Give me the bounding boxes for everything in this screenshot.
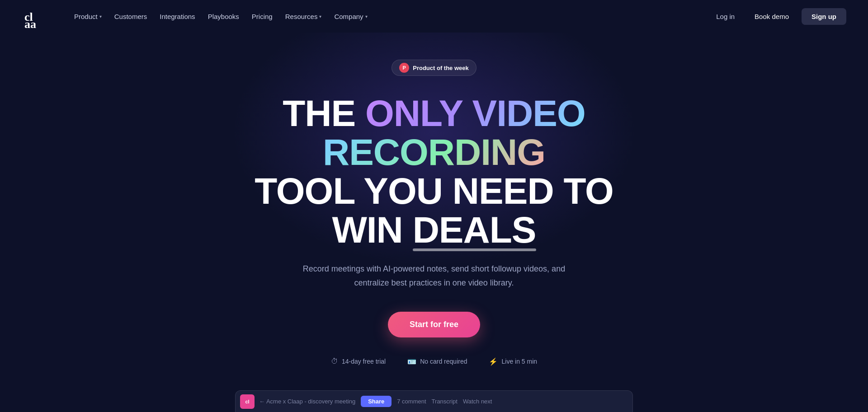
bar-favicon: cl [240,394,255,409]
title-deals: DEALS [413,211,536,249]
title-plain-1: THE [283,93,365,134]
transcript-link[interactable]: Transcript [432,398,458,405]
lightning-icon: ⚡ [489,357,498,366]
hero-subtitle: Record meetings with AI-powered notes, s… [298,262,570,290]
book-demo-button[interactable]: Book demo [747,9,796,24]
nav-item-playbooks[interactable]: Playbooks [203,9,245,24]
hero-section: P Product of the week THE ONLY VIDEO REC… [0,33,868,395]
trust-card-label: No card required [420,358,467,365]
signup-button[interactable]: Sign up [802,8,846,25]
nav-right: Log in Book demo Sign up [709,8,846,25]
bar-actions: Share 7 comment Transcript Watch next [361,396,492,407]
comment-link[interactable]: 7 comment [397,398,426,405]
clock-icon: ⏱ [331,357,338,365]
nav-links: Product ▾ Customers Integrations Playboo… [69,9,373,24]
nav-left: cl aa Product ▾ Customers Integrations [22,5,373,28]
product-hunt-icon: P [399,63,409,73]
nav-item-product[interactable]: Product ▾ [69,9,107,24]
product-of-week-badge: P Product of the week [392,60,476,76]
trust-item-trial: ⏱ 14-day free trial [331,357,386,365]
nav-item-customers[interactable]: Customers [109,9,153,24]
nav-item-company[interactable]: Company ▾ [329,9,373,24]
badge-label: Product of the week [413,65,469,71]
nav-item-resources[interactable]: Resources ▾ [280,9,327,24]
share-button[interactable]: Share [361,396,392,407]
trust-badges: ⏱ 14-day free trial 🪪 No card required ⚡… [331,357,537,366]
nav-item-integrations[interactable]: Integrations [154,9,200,24]
hero-title: THE ONLY VIDEO RECORDING TOOL YOU NEED T… [231,94,637,249]
logo[interactable]: cl aa [22,5,45,28]
bottom-bar-preview: cl ← Acme x Claap - discovery meeting Sh… [235,390,633,412]
login-button[interactable]: Log in [709,9,742,24]
watch-next-link[interactable]: Watch next [463,398,492,405]
navigation: cl aa Product ▾ Customers Integrations [0,0,868,33]
trust-trial-label: 14-day free trial [342,358,386,365]
bar-back-button[interactable]: ← Acme x Claap - discovery meeting [259,398,355,405]
card-icon: 🪪 [407,357,416,366]
chevron-down-icon: ▾ [365,14,368,19]
trust-item-card: 🪪 No card required [407,357,467,366]
start-for-free-button[interactable]: Start for free [388,312,480,337]
trust-live-label: Live in 5 min [501,358,537,365]
trust-item-live: ⚡ Live in 5 min [489,357,537,366]
nav-item-pricing[interactable]: Pricing [246,9,278,24]
chevron-down-icon: ▾ [99,14,102,19]
back-label: ← Acme x Claap - discovery meeting [259,398,355,405]
chevron-down-icon: ▾ [319,14,321,19]
svg-text:aa: aa [24,18,36,28]
